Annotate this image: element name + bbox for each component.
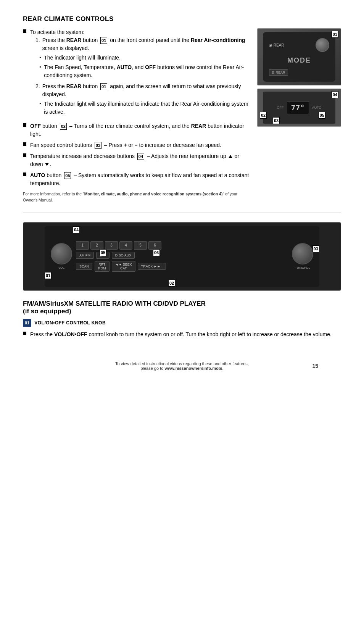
- rear-icon-box: ⊞ REAR: [269, 69, 288, 76]
- step-1-num: 1.: [35, 36, 40, 44]
- step-2-row: 2. Press the REAR button 01 again, and t…: [35, 82, 250, 98]
- plus-bold: +: [124, 142, 127, 148]
- radio-panel: VOL 1 2 3 4 5 6 AM·FM SAT DISC·AUX: [45, 226, 319, 287]
- am-fm-btn[interactable]: AM·FM: [76, 252, 94, 259]
- preset-6[interactable]: 6: [148, 241, 161, 250]
- badge-01-step2: 01: [100, 83, 107, 90]
- radio-badge-05: 05: [100, 249, 106, 256]
- panel-top-row: ◉ REAR: [267, 38, 332, 52]
- vol-bullet-item: Press the VOL/ON•OFF control knob to tur…: [23, 330, 341, 339]
- off-label: OFF: [277, 106, 284, 110]
- temp-text: Temperature increase and decrease button…: [30, 152, 250, 168]
- preset-4[interactable]: 4: [119, 241, 132, 250]
- auto-label: AUTO: [312, 106, 322, 110]
- vol-knob-section: VOL: [51, 243, 72, 269]
- fan-speed-bullet: Fan speed control buttons 03 – Press + o…: [23, 141, 250, 149]
- temp-bullet: Temperature increase and decrease button…: [23, 152, 250, 168]
- section-divider-1: [23, 213, 341, 213]
- preset-1[interactable]: 1: [76, 241, 89, 250]
- page-number: 15: [312, 363, 318, 369]
- track-btn[interactable]: TRACK ►► |: [138, 263, 166, 270]
- sub-dot-3: ▪: [39, 100, 41, 107]
- preset-5[interactable]: 5: [134, 241, 147, 250]
- auto-bold-main: AUTO: [30, 172, 45, 178]
- step-2-sub-1: ▪ The Indicator light will stay illumina…: [39, 100, 250, 116]
- footer: To view detailed instructional videos re…: [23, 361, 341, 378]
- temp-display: 77°: [287, 101, 309, 114]
- radio-badge-04: 04: [73, 226, 80, 233]
- footer-row: To view detailed instructional videos re…: [23, 361, 341, 371]
- radio-badge-03: 03: [312, 245, 319, 252]
- rear-climate-section: REAR CLIMATE CONTROLS To activate the sy…: [23, 15, 341, 203]
- sub-dot-1: ▪: [39, 54, 41, 61]
- rear-icon-text: ⊞ REAR: [272, 71, 285, 74]
- bullet-icon-4: [23, 153, 26, 157]
- left-content: To activate the system: 1. Press the REA…: [23, 28, 250, 203]
- vol-knob: [51, 243, 72, 264]
- radio-center: 1 2 3 4 5 6 AM·FM SAT DISC·AUX SCAN RPTR…: [76, 241, 288, 272]
- image-badge-01-top: 01: [332, 31, 338, 38]
- step-1-text: Press the REAR button 01 on the front co…: [42, 36, 250, 52]
- bullet-icon-vol: [23, 332, 26, 335]
- image-badge-05: 05: [319, 112, 325, 119]
- step-1-sub-2-text: The Fan Speed, Temperature, AUTO, and OF…: [44, 63, 250, 79]
- off-bold: OFF: [145, 64, 156, 70]
- footer-line1: To view detailed instructional videos re…: [115, 361, 249, 366]
- badge-05: 05: [64, 172, 71, 179]
- radio-source-buttons: AM·FM SAT DISC·AUX: [76, 252, 288, 259]
- front-panel-image: ◉ REAR MODE ⊞ REAR 01: [257, 28, 341, 85]
- step-1: 1. Press the REAR button 01 on the front…: [35, 36, 250, 79]
- radio-presets-row: 1 2 3 4 5 6: [76, 241, 288, 250]
- radio-badge-01: 01: [45, 272, 52, 279]
- footer-text: To view detailed instructional videos re…: [115, 361, 249, 371]
- step-2: 2. Press the REAR button 01 again, and t…: [35, 82, 250, 116]
- activate-item: To activate the system: 1. Press the REA…: [23, 28, 250, 119]
- preset-2[interactable]: 2: [90, 241, 103, 250]
- panel-bottom-row: ⊞ REAR: [267, 69, 332, 76]
- tune-label: TUNE/FOL: [295, 266, 310, 269]
- seek-cat-btn[interactable]: ◄◄ SEEKCAT: [112, 261, 135, 272]
- bullet-icon-5: [23, 172, 26, 176]
- rear-bold-1: REAR: [66, 37, 82, 43]
- vol-bold: VOL/ON•OFF: [54, 331, 87, 337]
- step-2-num: 2.: [35, 82, 40, 90]
- activate-text: To activate the system: 1. Press the REA…: [30, 28, 250, 119]
- image-badge-04: 04: [332, 91, 338, 98]
- main-bullet-list: To activate the system: 1. Press the REA…: [23, 28, 250, 187]
- rpt-rdm-btn[interactable]: RPTRDM: [95, 261, 110, 272]
- radio-image-container: VOL 1 2 3 4 5 6 AM·FM SAT DISC·AUX: [23, 222, 341, 291]
- blue-badge-01: 01: [23, 319, 31, 327]
- fmam-title-line1: FM/AM/SiriusXM SATELLITE RADIO WITH CD/D…: [23, 300, 206, 307]
- scan-btn[interactable]: SCAN: [76, 263, 92, 270]
- bullet-icon-3: [23, 142, 26, 146]
- activate-intro: To activate the system:: [30, 29, 84, 35]
- vol-control-title: VOL/ON•OFF CONTROL KNOB: [34, 320, 106, 326]
- page: REAR CLIMATE CONTROLS To activate the sy…: [0, 0, 364, 393]
- step-1-sub-1-text: The indicator light will illuminate.: [44, 54, 121, 62]
- push-dual-knob: [316, 38, 329, 52]
- rear-controls-row: OFF 77° AUTO: [277, 101, 322, 114]
- badge-01-step1: 01: [100, 37, 107, 44]
- off-text: OFF button 02 – Turns off the rear clima…: [30, 122, 250, 138]
- rear-label: ◉ REAR: [269, 43, 284, 47]
- vol-bullet-list: Press the VOL/ON•OFF control knob to tur…: [23, 330, 341, 339]
- mode-label-row: MODE: [287, 56, 311, 64]
- footer-line2-prefix: please go to: [140, 366, 164, 371]
- disc-aux-btn[interactable]: DISC·AUX: [112, 252, 135, 259]
- auto-bullet: AUTO button 05 – System automatically wo…: [23, 171, 250, 187]
- vol-label: VOL: [58, 266, 64, 269]
- image-badge-02: 02: [260, 112, 267, 119]
- badge-04: 04: [137, 153, 144, 160]
- rear-aircon-bold: Rear Air-conditioning: [191, 37, 245, 43]
- rear-climate-title: REAR CLIMATE CONTROLS: [23, 15, 341, 23]
- bullet-icon: [23, 29, 26, 33]
- step-2-text: Press the REAR button 01 again, and the …: [42, 82, 250, 98]
- fmam-title: FM/AM/SiriusXM SATELLITE RADIO WITH CD/D…: [23, 300, 341, 315]
- sub-dot-2: ▪: [39, 63, 41, 70]
- rear-panel-image: OFF 77° AUTO 04 02 03 05: [257, 89, 341, 127]
- preset-3[interactable]: 3: [105, 241, 118, 250]
- auto-text: AUTO button 05 – System automatically wo…: [30, 171, 250, 187]
- step-1-sub-1: ▪ The indicator light will illuminate.: [39, 54, 250, 62]
- minus-bold: –: [135, 142, 138, 148]
- fan-text: Fan speed control buttons 03 – Press + o…: [30, 141, 250, 149]
